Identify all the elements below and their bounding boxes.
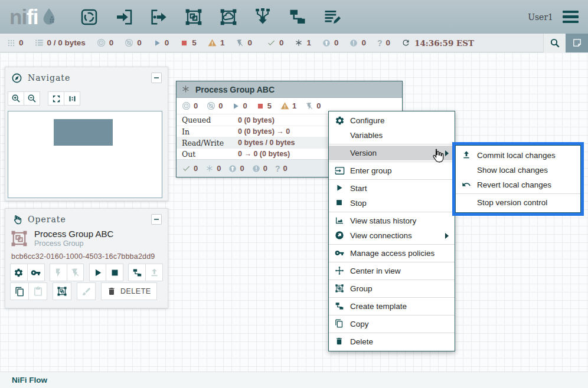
navigate-panel: Navigate: [5, 67, 168, 201]
upload-icon: [462, 150, 472, 160]
menu-item-group[interactable]: Group: [329, 281, 455, 296]
not-transmitting-icon: [125, 38, 133, 47]
zoom-out-button[interactable]: [24, 91, 40, 106]
menu-item-manage-access-policies[interactable]: Manage access policies: [329, 246, 455, 261]
selected-component-type: Process Group: [34, 239, 113, 248]
menu-item-copy[interactable]: Copy: [329, 317, 455, 331]
stat-invalid: 1: [208, 38, 225, 47]
stat-stopped: 5: [180, 38, 197, 47]
search-button[interactable]: [543, 34, 566, 52]
menu-item-version[interactable]: Version: [329, 146, 455, 160]
menu-separator: [329, 297, 455, 298]
funnel-icon[interactable]: [254, 8, 273, 27]
stat-disabled: 0: [236, 38, 252, 47]
enter-group-icon: [335, 166, 345, 176]
menu-item-stop-version-control[interactable]: Stop version control: [456, 195, 580, 210]
template-icon: [335, 301, 345, 311]
menu-item-show-local-changes[interactable]: Show local changes: [456, 163, 580, 177]
flow-canvas[interactable]: Navigate Operate Process Group: [0, 52, 588, 371]
stopped-icon: [180, 39, 188, 47]
remote-process-group-icon[interactable]: [219, 8, 238, 27]
pg-stale: 0: [228, 164, 244, 173]
group-button[interactable]: [53, 282, 71, 300]
input-port-icon[interactable]: [115, 8, 133, 27]
operate-panel-title: Operate: [28, 215, 66, 224]
create-template-button[interactable]: [128, 264, 146, 281]
menu-item-stop[interactable]: Stop: [329, 196, 455, 211]
stat-up-to-date: 0: [267, 38, 284, 47]
menu-separator: [329, 162, 455, 162]
menu-item-delete[interactable]: Delete: [329, 334, 455, 349]
stat-locally-modified-stale: 0: [349, 38, 366, 47]
selected-component-id: bcb6cc32-0160-1000-4503-16c7bbba2dd9: [11, 252, 162, 261]
change-color-button[interactable]: [77, 282, 96, 300]
label-icon[interactable]: [324, 8, 342, 27]
menu-separator: [456, 193, 580, 194]
menu-separator: [329, 244, 455, 245]
breadcrumb-root[interactable]: NiFi Flow: [12, 376, 47, 384]
pg-stopped: 5: [256, 101, 272, 110]
bulletin-board-button[interactable]: [566, 34, 588, 52]
pg-disabled: 0: [305, 101, 321, 110]
pg-up-to-date: 0: [182, 164, 198, 173]
template-icon[interactable]: [289, 8, 308, 27]
menu-item-view-status-history[interactable]: View status history: [329, 213, 455, 228]
copy-button[interactable]: [10, 282, 29, 300]
processor-icon[interactable]: [80, 8, 99, 27]
minimap-viewport-rect[interactable]: [54, 119, 113, 146]
hand-icon: [11, 214, 22, 225]
global-menu-icon[interactable]: [563, 11, 579, 24]
stat-queued: 0 / 0 bytes: [35, 38, 86, 47]
invalid-icon: [208, 38, 217, 47]
compass-icon: [11, 73, 22, 84]
enable-button[interactable]: [50, 264, 67, 281]
version-submenu-highlight: Commit local changes Show local changes …: [452, 142, 584, 216]
chart-icon: [335, 216, 345, 226]
start-button[interactable]: [89, 264, 107, 281]
stat-stale: 0: [322, 38, 339, 47]
droplet-icon: [40, 8, 58, 27]
navigate-collapse-button[interactable]: [151, 73, 162, 83]
menu-item-start[interactable]: Start: [329, 181, 455, 196]
sync-failure-icon: ?: [275, 164, 280, 173]
stat-active-threads: 0: [7, 38, 24, 47]
zoom-actual-size-button[interactable]: [64, 91, 80, 106]
disable-button[interactable]: [67, 264, 84, 281]
sync-failure-icon: ?: [377, 38, 383, 48]
menu-item-enter-group[interactable]: Enter group: [329, 163, 455, 178]
access-policies-button[interactable]: [27, 264, 45, 281]
menu-item-revert-local-changes[interactable]: Revert local changes: [456, 177, 580, 192]
locally-modified-icon: [181, 85, 190, 94]
stop-button[interactable]: [106, 264, 123, 281]
menu-item-create-template[interactable]: Create template: [329, 299, 455, 314]
upload-template-button[interactable]: [145, 264, 163, 281]
output-port-icon[interactable]: [149, 8, 168, 27]
queued-icon: [35, 38, 44, 47]
zoom-in-button[interactable]: [8, 91, 24, 106]
logo-text-ni: ni: [9, 5, 27, 28]
transmitting-icon: [182, 101, 191, 110]
stopped-icon: [256, 102, 264, 110]
operate-collapse-button[interactable]: [151, 214, 162, 225]
configure-button[interactable]: [10, 264, 28, 281]
menu-item-variables[interactable]: Variables: [329, 128, 455, 143]
menu-item-center-in-view[interactable]: Center in view: [329, 264, 455, 278]
invalid-icon: [280, 101, 289, 110]
menu-separator: [329, 333, 455, 333]
menu-separator: [329, 212, 455, 212]
birdseye-minimap[interactable]: [8, 111, 162, 198]
menu-separator: [329, 280, 455, 280]
app-header: nifi User1: [0, 0, 588, 34]
process-group-icon[interactable]: [184, 8, 203, 27]
zoom-fit-button[interactable]: [48, 91, 64, 106]
paste-button[interactable]: [28, 282, 47, 300]
locally-modified-icon: [295, 39, 303, 47]
menu-item-configure[interactable]: Configure: [329, 113, 455, 128]
breadcrumb-bar: NiFi Flow: [0, 371, 588, 388]
menu-item-commit-local-changes[interactable]: Commit local changes: [456, 148, 580, 163]
key-icon: [335, 248, 345, 258]
refresh-icon[interactable]: [401, 38, 410, 47]
delete-button[interactable]: DELETE: [101, 282, 157, 300]
locally-modified-stale-icon: [252, 165, 260, 173]
menu-item-view-connections[interactable]: View connections: [329, 228, 455, 243]
